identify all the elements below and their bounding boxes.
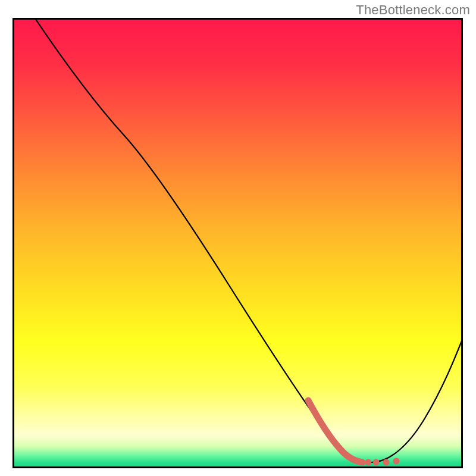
highlight-segment xyxy=(308,400,362,462)
highlight-dot xyxy=(393,458,400,465)
highlight-dot xyxy=(365,459,372,466)
bottleneck-curve xyxy=(14,20,461,466)
attribution-text: TheBottleneck.com xyxy=(356,2,470,18)
main-curve-path xyxy=(34,20,461,462)
highlight-dot xyxy=(373,459,380,466)
plot-area xyxy=(12,18,463,468)
highlight-dot xyxy=(383,459,390,466)
chart-container: TheBottleneck.com xyxy=(0,0,476,476)
